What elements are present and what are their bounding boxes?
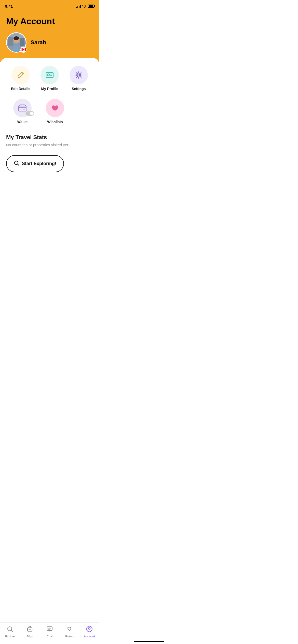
- user-row: 🇨🇦 Sarah: [6, 32, 93, 53]
- travel-stats-section: My Travel Stats No countries or properti…: [6, 134, 93, 147]
- edit-details-icon-circle: [11, 66, 30, 84]
- user-name: Sarah: [31, 39, 46, 46]
- wishlists-icon-circle: [46, 99, 64, 117]
- status-bar: 9:41: [0, 0, 99, 11]
- wishlists-label: Wishlists: [47, 120, 63, 124]
- svg-point-5: [13, 36, 19, 40]
- gear-icon: [75, 71, 83, 79]
- wallet-label: Wallet: [17, 120, 28, 124]
- profile-card-icon: [45, 71, 54, 79]
- status-time: 9:41: [5, 4, 13, 8]
- menu-row-1: Edit Details My Profile S: [6, 66, 93, 91]
- travel-stats-subtitle: No countries or properties visited yet.: [6, 143, 93, 147]
- svg-rect-3: [20, 38, 25, 46]
- start-exploring-button[interactable]: Start Exploring!: [6, 155, 64, 172]
- battery-icon: [88, 5, 94, 8]
- signal-icon: [76, 4, 81, 8]
- content-card: Edit Details My Profile S: [0, 58, 99, 188]
- my-profile-icon-circle: [40, 66, 59, 84]
- menu-row-2: Wallet Wishlists: [6, 99, 93, 124]
- svg-point-11: [77, 73, 81, 77]
- svg-rect-2: [8, 37, 13, 46]
- settings-icon-circle: [70, 66, 88, 84]
- settings-label: Settings: [72, 87, 86, 91]
- explore-btn-label: Start Exploring!: [22, 161, 56, 166]
- svg-line-14: [18, 164, 19, 166]
- settings-button[interactable]: Settings: [69, 66, 89, 91]
- toggle-knob: [30, 112, 34, 115]
- edit-details-button[interactable]: Edit Details: [10, 66, 31, 91]
- wifi-icon: [82, 5, 86, 8]
- edit-details-label: Edit Details: [11, 87, 30, 91]
- svg-rect-12: [19, 106, 26, 111]
- heart-icon: [51, 104, 59, 112]
- header-section: My Account: [0, 11, 99, 62]
- wallet-icon-wrapper: [13, 99, 32, 117]
- page-title: My Account: [6, 16, 93, 26]
- pencil-icon: [17, 71, 25, 79]
- svg-point-7: [47, 74, 49, 76]
- search-icon: [14, 160, 19, 167]
- my-profile-label: My Profile: [41, 87, 58, 91]
- status-icons: [76, 4, 94, 8]
- wallet-toggle[interactable]: [25, 111, 34, 116]
- travel-stats-title: My Travel Stats: [6, 134, 93, 141]
- svg-point-10: [78, 74, 80, 76]
- wallet-button[interactable]: Wallet: [12, 99, 33, 124]
- avatar-container[interactable]: 🇨🇦: [6, 32, 26, 53]
- wishlists-button[interactable]: Wishlists: [45, 99, 65, 124]
- wallet-icon: [18, 105, 26, 112]
- my-profile-button[interactable]: My Profile: [39, 66, 60, 91]
- flag-badge: 🇨🇦: [20, 47, 26, 53]
